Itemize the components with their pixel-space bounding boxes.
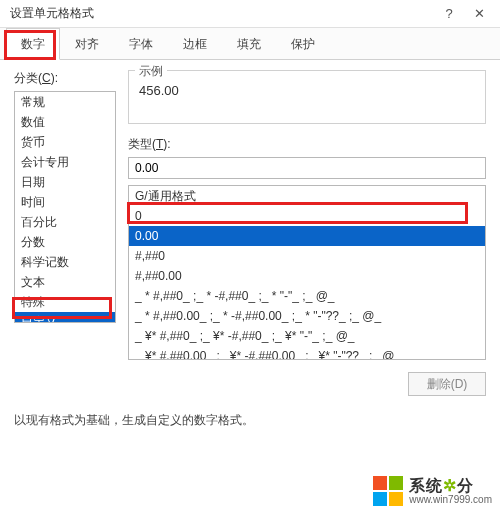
cat-text[interactable]: 文本 — [15, 272, 115, 292]
fmt-item[interactable]: #,##0.00 — [129, 266, 485, 286]
fmt-item[interactable]: _ * #,##0.00_ ;_ * -#,##0.00_ ;_ * "-"??… — [129, 306, 485, 326]
tab-border[interactable]: 边框 — [168, 28, 222, 59]
cat-time[interactable]: 时间 — [15, 192, 115, 212]
tab-strip: 数字 对齐 字体 边框 填充 保护 — [0, 28, 500, 60]
sample-group: 示例 456.00 — [128, 70, 486, 124]
fmt-item[interactable]: _ ¥* #,##0.00_ ;_ ¥* -#,##0.00_ ;_ ¥* "-… — [129, 346, 485, 360]
delete-button[interactable]: 删除(D) — [408, 372, 486, 396]
fmt-item[interactable]: G/通用格式 — [129, 186, 485, 206]
tab-align[interactable]: 对齐 — [60, 28, 114, 59]
tab-number[interactable]: 数字 — [6, 28, 60, 60]
window-title: 设置单元格格式 — [10, 5, 94, 22]
tab-fill[interactable]: 填充 — [222, 28, 276, 59]
sample-value: 456.00 — [139, 79, 475, 98]
category-label: 分类(C): — [14, 70, 116, 87]
cat-special[interactable]: 特殊 — [15, 292, 115, 312]
watermark-title: 系统✲分 — [409, 477, 492, 495]
type-input[interactable] — [128, 157, 486, 179]
type-label: 类型(T): — [128, 136, 486, 153]
fmt-item[interactable]: 0.00 — [129, 226, 485, 246]
fmt-item[interactable]: 0 — [129, 206, 485, 226]
help-button[interactable]: ? — [434, 4, 464, 24]
cat-date[interactable]: 日期 — [15, 172, 115, 192]
category-list[interactable]: 常规 数值 货币 会计专用 日期 时间 百分比 分数 科学记数 文本 特殊 自定… — [14, 91, 116, 323]
fmt-item[interactable]: _ * #,##0_ ;_ * -#,##0_ ;_ * "-"_ ;_ @_ — [129, 286, 485, 306]
cat-number[interactable]: 数值 — [15, 112, 115, 132]
cat-general[interactable]: 常规 — [15, 92, 115, 112]
watermark-url: www.win7999.com — [409, 494, 492, 505]
titlebar: 设置单元格格式 ? ✕ — [0, 0, 500, 28]
footer-note: 以现有格式为基础，生成自定义的数字格式。 — [14, 412, 486, 429]
sample-label: 示例 — [135, 63, 167, 80]
cat-accounting[interactable]: 会计专用 — [15, 152, 115, 172]
close-button[interactable]: ✕ — [464, 4, 494, 24]
fmt-item[interactable]: _ ¥* #,##0_ ;_ ¥* -#,##0_ ;_ ¥* "-"_ ;_ … — [129, 326, 485, 346]
cat-custom[interactable]: 自定义 — [15, 312, 115, 323]
tab-font[interactable]: 字体 — [114, 28, 168, 59]
cat-scientific[interactable]: 科学记数 — [15, 252, 115, 272]
format-list[interactable]: G/通用格式 0 0.00 #,##0 #,##0.00 _ * #,##0_ … — [128, 185, 486, 360]
tab-protect[interactable]: 保护 — [276, 28, 330, 59]
gear-icon: ✲ — [443, 477, 457, 494]
watermark: 系统✲分 www.win7999.com — [369, 467, 500, 515]
cat-percent[interactable]: 百分比 — [15, 212, 115, 232]
cat-currency[interactable]: 货币 — [15, 132, 115, 152]
dialog-body: 分类(C): 常规 数值 货币 会计专用 日期 时间 百分比 分数 科学记数 文… — [0, 60, 500, 439]
microsoft-logo-icon — [373, 476, 403, 506]
cat-fraction[interactable]: 分数 — [15, 232, 115, 252]
fmt-item[interactable]: #,##0 — [129, 246, 485, 266]
